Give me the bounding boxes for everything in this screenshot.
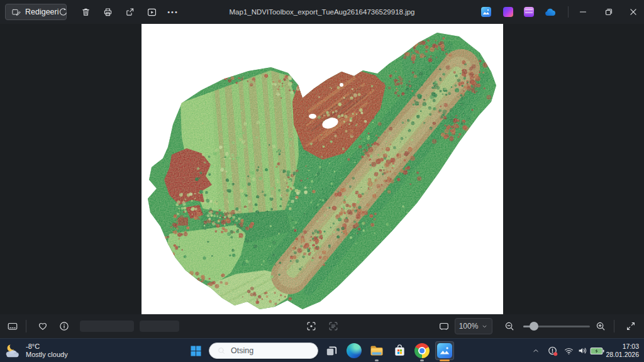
zoom-in-icon: [595, 321, 606, 332]
active-app-indicator: [440, 359, 450, 361]
edge-icon: [347, 343, 362, 358]
zoom-level-dropdown[interactable]: 100%: [455, 318, 492, 334]
loading-placeholder: [140, 321, 179, 332]
designer-app-icon[interactable]: [503, 7, 513, 17]
wifi-status-button[interactable]: [562, 343, 575, 358]
zoom-out-button[interactable]: [501, 317, 518, 335]
slideshow-button[interactable]: [142, 3, 161, 21]
taskbar-clock[interactable]: 17:03 28.01.2026: [602, 343, 639, 359]
task-view-icon: [325, 344, 338, 358]
minimize-icon: [577, 6, 589, 18]
share-button[interactable]: [120, 3, 139, 21]
loading-placeholder: [80, 321, 134, 332]
mostly-cloudy-night-icon: [4, 343, 21, 359]
image-viewer-area: [0, 24, 644, 314]
task-view-button[interactable]: [322, 341, 341, 360]
titlebar-divider: [568, 6, 569, 18]
close-icon: [628, 6, 639, 18]
chevron-up-icon: [531, 346, 540, 355]
search-placeholder: Otsing: [231, 346, 253, 355]
fullscreen-button[interactable]: [622, 317, 640, 335]
volume-status-button[interactable]: [575, 343, 589, 358]
zoom-slider-thumb[interactable]: [530, 322, 538, 331]
print-button[interactable]: [98, 3, 117, 21]
zoom-slider[interactable]: [523, 317, 590, 335]
favorite-button[interactable]: [34, 317, 52, 335]
fit-to-window-button[interactable]: [435, 317, 453, 335]
tray-app-notification-button[interactable]: [545, 343, 560, 358]
notification-badge: [553, 352, 557, 356]
speaker-icon: [577, 345, 588, 356]
clock-date: 28.01.2026: [602, 351, 639, 359]
zoom-in-button[interactable]: [592, 317, 609, 335]
text-extract-icon: [328, 321, 339, 332]
taskbar-search-box[interactable]: Otsing: [209, 343, 318, 359]
windows-taskbar: -8°C Mostly cloudy Otsing: [0, 338, 644, 362]
microsoft-store-taskbar-button[interactable]: [390, 341, 409, 360]
restore-button[interactable]: [597, 0, 620, 24]
onedrive-icon[interactable]: [544, 7, 554, 17]
close-button[interactable]: [622, 0, 644, 24]
toolbar-divider: [26, 320, 26, 332]
file-explorer-icon: [369, 343, 384, 358]
more-options-button[interactable]: •••: [164, 3, 182, 21]
visual-search-button[interactable]: [303, 317, 320, 335]
windows-logo-icon: [191, 346, 201, 356]
fullscreen-icon: [625, 321, 636, 332]
zoom-level-value: 100%: [459, 322, 479, 331]
tray-show-hidden-button[interactable]: [528, 343, 543, 358]
photos-titlebar: Redigeeri ••• Map1_NDVIToolbox_export_Tu…: [0, 0, 644, 24]
printer-icon: [103, 7, 113, 18]
fit-screen-icon: [438, 321, 450, 332]
filmstrip-icon: [7, 321, 18, 332]
text-actions-button[interactable]: [325, 317, 342, 335]
start-button[interactable]: [186, 341, 205, 360]
chrome-icon: [414, 343, 430, 358]
running-indicator: [420, 359, 424, 361]
share-icon: [125, 7, 135, 18]
weather-temperature: -8°C: [26, 343, 68, 351]
chrome-taskbar-button[interactable]: [413, 341, 431, 360]
weather-condition: Mostly cloudy: [26, 351, 68, 359]
file-explorer-taskbar-button[interactable]: [367, 341, 386, 360]
rotate-icon: [58, 7, 69, 18]
heart-icon: [37, 321, 48, 332]
wifi-icon: [564, 346, 574, 356]
edge-taskbar-button[interactable]: [345, 341, 364, 360]
clock-time: 17:03: [602, 343, 639, 351]
photos-icon: [437, 343, 452, 358]
info-icon: [58, 321, 70, 332]
ellipsis-icon: •••: [167, 8, 179, 16]
search-icon: [217, 346, 226, 355]
toolbar-divider: [614, 320, 614, 332]
file-info-button[interactable]: [55, 317, 73, 335]
weather-widget[interactable]: -8°C Mostly cloudy: [4, 340, 68, 361]
filmstrip-toggle-button[interactable]: [4, 317, 21, 335]
delete-button[interactable]: [76, 3, 95, 21]
microsoft-store-icon: [392, 344, 407, 358]
ndvi-map-image[interactable]: [142, 24, 503, 314]
ndvi-map-graphic: [142, 24, 503, 314]
zoom-out-icon: [504, 321, 515, 332]
trash-icon: [80, 7, 91, 18]
rotate-button[interactable]: [53, 3, 72, 21]
photos-taskbar-button[interactable]: [435, 341, 454, 360]
tray-app-icon: [547, 345, 558, 357]
visual-search-icon: [306, 321, 317, 332]
taskbar-center: Otsing: [186, 341, 454, 361]
slideshow-icon: [147, 7, 157, 18]
photos-mountain-icon: [481, 7, 491, 17]
minimize-button[interactable]: [572, 0, 594, 24]
chevron-down-icon: [481, 323, 488, 330]
photos-app-icon[interactable]: [481, 7, 491, 17]
restore-icon: [603, 6, 614, 18]
viewer-toolbar: 100%: [0, 314, 644, 338]
running-indicator: [375, 359, 379, 361]
edit-image-icon: [11, 8, 21, 17]
clipchamp-app-icon[interactable]: [524, 7, 534, 17]
